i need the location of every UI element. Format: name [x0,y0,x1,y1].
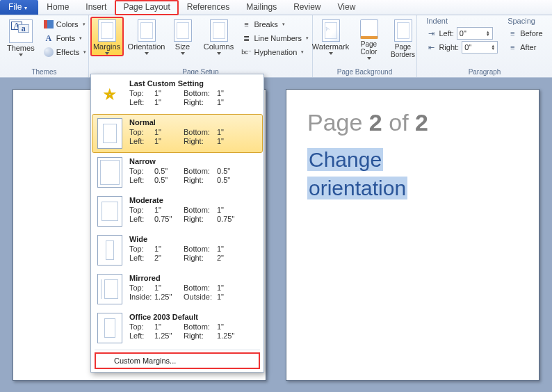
colors-button[interactable]: Colors [44,18,86,31]
custom-margins-button[interactable]: Custom Margins... [95,352,260,369]
line-numbers-button[interactable]: ≣ Line Numbers [242,32,311,44]
tab-page-layout[interactable]: Page Layout [115,0,178,15]
margins-dropdown: ★ Last Custom Setting Top:1"Bottom:1" Le… [90,74,264,373]
breaks-button[interactable]: ≡ Breaks [242,18,311,31]
page-2-title: Page 2 of 2 [307,109,518,136]
margin-preset-moderate[interactable]: Moderate Top:1"Bottom:1" Left:0.75"Right… [92,192,263,231]
preset-icon [97,313,122,343]
margin-preset-last[interactable]: ★ Last Custom Setting Top:1"Bottom:1" Le… [92,75,263,114]
themes-button[interactable]: Aa Themes [2,17,40,56]
line-numbers-icon: ≣ [242,33,252,43]
preset-icon [97,196,122,227]
columns-icon [210,19,228,42]
star-icon: ★ [97,79,122,110]
page-color-button[interactable]: Page Color [355,17,384,60]
tab-file[interactable]: File [0,0,38,15]
orientation-button[interactable]: Orientation [128,17,165,55]
selected-text[interactable]: Changeorientation [307,146,518,202]
group-label: Page Background [317,68,412,77]
size-icon [174,19,192,42]
document-area: 2 Page 2 of 2 Changeorientation [0,78,552,392]
margin-preset-narrow[interactable]: Narrow Top:0.5"Bottom:0.5" Left:0.5"Righ… [92,153,263,192]
margin-preset-mirrored[interactable]: Mirrored Top:1"Bottom:1" Inside:1.25"Out… [92,270,263,309]
effects-button[interactable]: Effects [44,46,86,58]
spacing-after-icon: ≡ [508,43,517,51]
right-label: Right: [439,43,459,51]
group-themes: Aa Themes Colors A Fonts Effects Themes [0,15,89,77]
margin-preset-office2003[interactable]: Office 2003 Default Top:1"Bottom:1" Left… [92,309,263,348]
colors-icon [44,19,54,29]
group-paragraph: Indent ⇥ Left: 0"▲▼ ⇤ Right: 0"▲▼ Spacin… [417,15,552,77]
margin-preset-wide[interactable]: Wide Top:1"Bottom:1" Left:2"Right:2" [92,231,263,270]
preset-icon [97,274,122,304]
effects-icon [44,47,54,57]
separator [95,350,260,350]
size-button[interactable]: Size [170,17,196,55]
indent-left-icon: ⇥ [426,29,436,38]
tab-mailings[interactable]: Mailings [238,0,285,15]
fonts-icon: A [44,33,54,43]
indent-header: Indent [426,17,498,25]
indent-left-input[interactable]: 0"▲▼ [457,27,493,40]
group-page-background: A Watermark Page Color Page Borders Page… [313,15,417,77]
menu-tabs: File Home Insert Page Layout References … [0,0,552,15]
ribbon: Aa Themes Colors A Fonts Effects Themes [0,15,552,78]
columns-button[interactable]: Columns [200,17,238,55]
hyphenation-icon: bc⁻ [242,47,252,57]
breaks-icon: ≡ [242,19,252,29]
page-borders-icon [394,19,412,42]
preset-icon [97,118,122,149]
watermark-icon: A [322,19,340,42]
spacing-header: Spacing [508,17,542,25]
preset-icon [97,157,122,188]
margin-preset-normal[interactable]: Normal Top:1"Bottom:1" Left:1"Right:1" [92,114,263,153]
fonts-button[interactable]: A Fonts [44,32,86,44]
tab-home[interactable]: Home [38,0,77,15]
margins-button[interactable]: Margins [90,17,124,56]
orientation-icon [138,19,156,42]
tab-references[interactable]: References [179,0,238,15]
tab-review[interactable]: Review [285,0,329,15]
spacing-before-icon: ≡ [508,29,517,38]
indent-right-input[interactable]: 0"▲▼ [462,41,498,54]
group-label: Themes [4,68,84,77]
left-label: Left: [439,29,453,38]
margins-icon [98,19,116,42]
tab-view[interactable]: View [330,0,364,15]
hyphenation-button[interactable]: bc⁻ Hyphenation [242,46,311,58]
watermark-button[interactable]: A Watermark [311,17,350,55]
group-page-setup: Margins Orientation Size Columns ≡ Break… [89,15,313,77]
tab-insert[interactable]: Insert [77,0,115,15]
after-label: After [520,43,536,51]
themes-icon: Aa [9,19,33,43]
preset-icon [97,235,122,266]
page-color-icon [360,19,378,39]
indent-right-icon: ⇤ [426,43,436,52]
group-label: Paragraph [421,68,548,77]
before-label: Before [520,29,542,38]
page-borders-button[interactable]: Page Borders [388,17,419,58]
page-2[interactable]: Page 2 of 2 Changeorientation [286,89,539,381]
